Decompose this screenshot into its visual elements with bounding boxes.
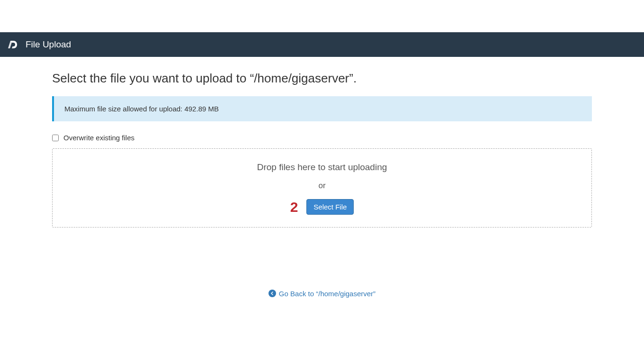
arrow-left-circle-icon xyxy=(268,290,276,297)
overwrite-checkbox[interactable] xyxy=(52,135,59,141)
go-back-link[interactable]: Go Back to “/home/gigaserver” xyxy=(268,290,376,298)
page-heading: Select the file you want to upload to “/… xyxy=(52,71,592,86)
header-title: File Upload xyxy=(26,39,71,50)
select-file-row: 2 Select File xyxy=(62,199,582,215)
max-filesize-banner: Maximum file size allowed for upload: 49… xyxy=(52,96,592,121)
drop-instruction-text: Drop files here to start uploading xyxy=(62,162,582,173)
app-header: File Upload xyxy=(0,32,644,57)
overwrite-label[interactable]: Overwrite existing files xyxy=(63,134,134,142)
go-back-label: Go Back to “/home/gigaserver” xyxy=(279,290,376,298)
main-content: Select the file you want to upload to “/… xyxy=(52,57,592,298)
overwrite-row: Overwrite existing files xyxy=(52,134,592,142)
step-marker: 2 xyxy=(290,200,298,214)
cpanel-logo-icon xyxy=(7,39,20,50)
or-text: or xyxy=(62,181,582,191)
logo-wrap: File Upload xyxy=(7,39,71,50)
select-file-button[interactable]: Select File xyxy=(306,199,354,215)
upload-dropzone[interactable]: Drop files here to start uploading or 2 … xyxy=(52,148,592,228)
go-back-wrap: Go Back to “/home/gigaserver” xyxy=(52,289,592,298)
